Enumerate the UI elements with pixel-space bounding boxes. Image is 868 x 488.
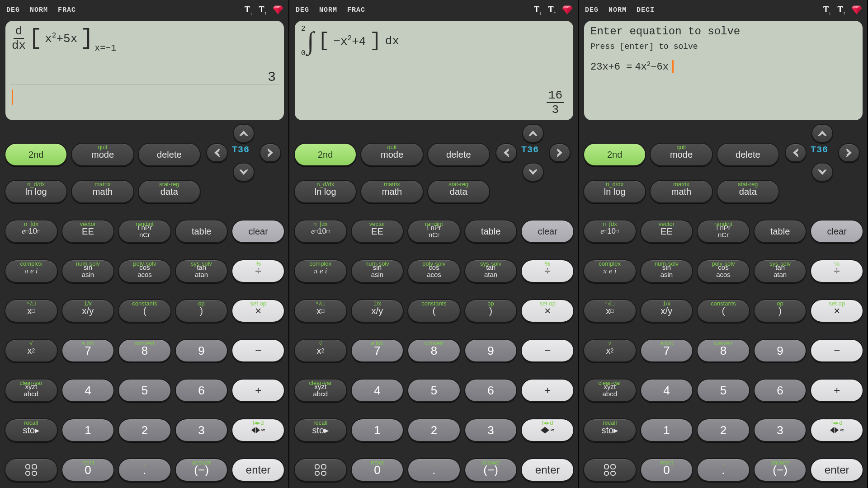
- clear-button[interactable]: clear: [231, 220, 285, 243]
- nav-center-label[interactable]: T36: [811, 145, 828, 155]
- clear-button[interactable]: clear: [810, 220, 863, 243]
- svg-marker-17: [857, 8, 862, 14]
- prompt-sub: Press [enter] to solve: [590, 42, 856, 51]
- gem-icon[interactable]: [273, 5, 283, 14]
- digit-9-button[interactable]: 9: [464, 339, 518, 362]
- minus-button[interactable]: −: [521, 339, 574, 362]
- equation-input[interactable]: 23x+6 = 4x2−6x: [590, 60, 856, 73]
- sec-inv: 1/x: [373, 300, 381, 307]
- clear-button[interactable]: clear: [521, 220, 574, 243]
- minus-button[interactable]: −: [231, 339, 285, 362]
- text-size-up-icon[interactable]: T↑: [837, 5, 845, 15]
- sec-nint: n_∫dx: [24, 221, 38, 227]
- sec-answer: answer: [481, 459, 500, 466]
- arrow-left-button[interactable]: [206, 143, 228, 162]
- digit-6-button[interactable]: 6: [754, 379, 807, 402]
- display: Enter equation to solve Press [enter] to…: [584, 21, 863, 120]
- delete-button[interactable]: delete: [138, 143, 201, 166]
- sec-root: ⁿ√□: [316, 300, 325, 307]
- enter-button[interactable]: enter: [231, 458, 285, 482]
- digit-1-button[interactable]: 1: [640, 418, 693, 442]
- apps-icon: [604, 464, 616, 476]
- digit-2-button[interactable]: 2: [407, 418, 461, 442]
- digit-2-button[interactable]: 2: [697, 418, 750, 442]
- arrow-right-button[interactable]: [838, 143, 860, 162]
- sec-inv: 1/x: [84, 300, 92, 307]
- sec-nddx: n_d/dx: [27, 181, 45, 188]
- arrow-right-button[interactable]: [549, 143, 571, 162]
- enter-button[interactable]: enter: [521, 458, 574, 482]
- sec-sqrt: √: [608, 340, 611, 347]
- delete-button[interactable]: delete: [717, 143, 779, 166]
- digit-1-button[interactable]: 1: [351, 418, 404, 442]
- sec-abc: a b/c: [660, 340, 673, 347]
- digit-5-button[interactable]: 5: [118, 379, 171, 402]
- display: 20 ∫ [ −x2+4 ] dx 163: [295, 21, 573, 120]
- mode-indicator: NORM: [319, 6, 337, 14]
- sec-clrvar: clear-var: [20, 380, 43, 386]
- table-button[interactable]: table: [175, 220, 228, 243]
- sec-op: op: [777, 300, 783, 307]
- text-size-up-icon[interactable]: T↑: [548, 5, 556, 15]
- text-size-up-icon[interactable]: T↑: [259, 5, 267, 15]
- arrow-left-button[interactable]: [495, 143, 517, 162]
- sec-nddx: n_d/dx: [316, 181, 334, 188]
- delete-button[interactable]: delete: [427, 143, 490, 166]
- arrow-up-button[interactable]: [233, 124, 255, 143]
- sec-fd: f◂▸d: [253, 419, 264, 426]
- digit-9-button[interactable]: 9: [175, 339, 228, 362]
- sec-setop: set op: [539, 300, 555, 307]
- nav-center-label[interactable]: T36: [232, 145, 250, 155]
- sec-vector: vector: [80, 221, 96, 227]
- digit-5-button[interactable]: 5: [407, 379, 461, 402]
- sec-randint: randint: [136, 221, 154, 227]
- digit-3-button[interactable]: 3: [464, 418, 518, 442]
- sec-polysolv: poly-solv: [712, 260, 735, 267]
- table-button[interactable]: table: [754, 220, 807, 243]
- sec-matrix: matrix: [384, 181, 400, 188]
- nav-center-label[interactable]: T36: [521, 145, 539, 155]
- plus-button[interactable]: +: [231, 379, 285, 402]
- arrow-left-button[interactable]: [785, 143, 807, 162]
- apps-button[interactable]: [5, 458, 58, 482]
- sec-op: op: [487, 300, 494, 307]
- table-button[interactable]: table: [464, 220, 518, 243]
- digit-1-button[interactable]: 1: [61, 418, 115, 442]
- sec-statreg: stat-reg: [738, 181, 758, 188]
- digit-5-button[interactable]: 5: [697, 379, 750, 402]
- sec-const: constants: [132, 300, 157, 307]
- sec-const: constants: [421, 300, 447, 307]
- sec-reset: reset: [371, 459, 384, 466]
- text-size-down-icon[interactable]: T↓: [823, 5, 831, 15]
- plus-button[interactable]: +: [810, 379, 863, 402]
- mode-indicator: NORM: [609, 6, 627, 14]
- apps-button[interactable]: [583, 458, 637, 482]
- digit-4-button[interactable]: 4: [351, 379, 404, 402]
- arrow-right-button[interactable]: [259, 143, 281, 162]
- second-button[interactable]: 2nd: [583, 143, 646, 166]
- gem-icon[interactable]: [852, 5, 862, 14]
- second-button[interactable]: 2nd: [294, 143, 357, 166]
- text-size-down-icon[interactable]: T↓: [534, 5, 542, 15]
- arrow-up-button[interactable]: [522, 124, 544, 143]
- text-size-down-icon[interactable]: T↓: [245, 5, 253, 15]
- digit-6-button[interactable]: 6: [464, 379, 518, 402]
- gem-icon[interactable]: [562, 5, 572, 14]
- second-button[interactable]: 2nd: [5, 143, 67, 166]
- sec-syssolv: sys-solv: [769, 260, 791, 267]
- digit-2-button[interactable]: 2: [118, 418, 171, 442]
- enter-button[interactable]: enter: [810, 458, 863, 482]
- digit-9-button[interactable]: 9: [754, 339, 807, 362]
- digit-6-button[interactable]: 6: [175, 379, 228, 402]
- arrow-up-button[interactable]: [811, 124, 833, 143]
- minus-button[interactable]: −: [810, 339, 863, 362]
- apps-button[interactable]: [294, 458, 347, 482]
- digit-4-button[interactable]: 4: [640, 379, 693, 402]
- sec-comma: ,: [433, 459, 435, 466]
- digit-3-button[interactable]: 3: [754, 418, 807, 442]
- sec-recall: recall: [603, 419, 617, 426]
- keypad: 2nd quitmode delete T36 n_d/dxln log mat…: [582, 126, 864, 488]
- digit-3-button[interactable]: 3: [175, 418, 228, 442]
- plus-button[interactable]: +: [521, 379, 574, 402]
- digit-4-button[interactable]: 4: [61, 379, 115, 402]
